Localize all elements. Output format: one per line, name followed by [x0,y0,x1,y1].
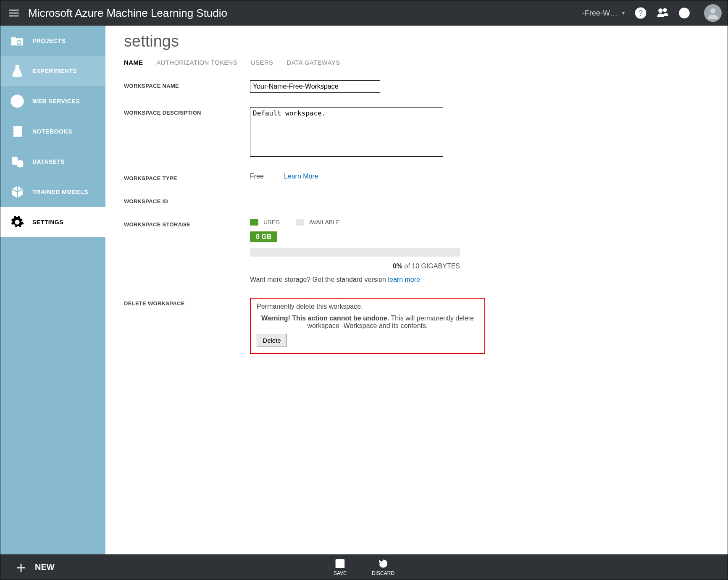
tab-users[interactable]: USERS [251,59,273,66]
chevron-down-icon: ▼ [621,10,626,16]
sidebar-item-label: PROJECTS [32,37,66,44]
users-icon[interactable] [656,7,669,19]
sidebar-item-settings[interactable]: SETTINGS [0,207,105,237]
label-workspace-description: WORKSPACE DESCRIPTION [124,107,250,116]
sidebar-item-label: DATASETS [32,158,65,165]
globe-icon [10,94,25,109]
delete-line1: Permanently delete this workspace. [257,303,478,310]
sidebar-item-label: WEB SERVICES [32,98,80,105]
notebook-icon [10,124,25,139]
feedback-smile-icon[interactable] [678,7,691,19]
flask-icon [10,63,25,79]
avatar[interactable] [704,4,722,22]
svg-rect-0 [9,10,18,10]
topbar: Microsoft Azure Machine Learning Studio … [0,0,728,26]
svg-rect-23 [337,564,343,568]
workspace-name-input[interactable] [250,80,380,93]
storage-quota: 0% of 10 GIGABYTES [250,262,460,270]
storage-bar [250,248,460,257]
save-button[interactable]: SAVE [334,558,347,576]
new-button-label: NEW [35,562,55,572]
swatch-used-icon [250,219,258,226]
svg-text:?: ? [638,8,643,18]
tabs: NAME AUTHORIZATION TOKENS USERS DATA GAT… [124,59,711,66]
workspace-picker[interactable]: -Free-W… ▼ [582,9,626,18]
sidebar-item-experiments[interactable]: EXPERIMENTS [0,56,105,86]
legend-available-label: AVAILABLE [309,219,340,226]
database-icon [10,154,25,169]
workspace-id-value: b2a61efa5077465782cefa1bf573a2ec [250,196,363,203]
svg-point-8 [682,12,683,13]
label-workspace-name: WORKSPACE NAME [124,80,250,89]
content: settings NAME AUTHORIZATION TOKENS USERS… [105,26,728,554]
workspace-picker-label: -Free-W… [582,9,618,18]
discard-button[interactable]: DISCARD [372,558,394,576]
delete-workspace-box: Permanently delete this workspace. Warni… [250,298,485,354]
svg-point-5 [659,9,662,12]
sidebar-item-web-services[interactable]: WEB SERVICES [0,86,105,116]
sidebar-item-notebooks[interactable]: NOTEBOOKS [0,116,105,147]
folder-icon [10,33,25,48]
gear-icon [10,215,25,230]
learn-more-link[interactable]: Learn More [284,173,318,180]
menu-icon[interactable] [6,5,21,21]
save-button-label: SAVE [334,570,347,576]
label-workspace-id: WORKSPACE ID [124,196,250,205]
more-storage-text: Want more storage? Get the standard vers… [250,276,586,283]
sidebar-item-label: EXPERIMENTS [32,68,77,74]
storage-quota-suffix: of 10 GIGABYTES [402,262,460,270]
sidebar-item-trained-models[interactable]: TRAINED MODELS [0,177,105,207]
swatch-available-icon [296,219,304,226]
delete-warning-strong: Warning! This action cannot be undone. [261,315,389,322]
workspace-description-input[interactable]: Default workspace. [250,107,443,157]
sidebar-item-label: NOTEBOOKS [32,128,72,135]
sidebar-item-label: SETTINGS [32,219,63,226]
svg-rect-22 [338,559,342,562]
svg-point-9 [686,12,687,13]
app-title: Microsoft Azure Machine Learning Studio [28,7,582,20]
sidebar-item-datasets[interactable]: DATASETS [0,147,105,177]
svg-rect-16 [12,128,13,129]
delete-warning: Warning! This action cannot be undone. T… [257,315,478,330]
learn-more-storage-link[interactable]: learn more [388,276,420,283]
tab-authorization-tokens[interactable]: AUTHORIZATION TOKENS [156,59,237,66]
svg-point-10 [710,8,716,14]
bottombar: ＋ NEW SAVE DISCARD [0,554,728,580]
svg-rect-17 [12,131,13,132]
legend-used-label: USED [263,219,280,226]
svg-rect-2 [9,16,18,16]
workspace-type-value: Free [250,173,264,180]
svg-rect-15 [13,126,22,137]
page-title: settings [124,32,711,50]
sidebar: PROJECTS EXPERIMENTS WEB SERVICES NOTEBO… [0,26,105,554]
svg-rect-13 [17,42,21,43]
svg-point-7 [679,8,689,18]
storage-percent: 0% [393,262,402,270]
label-delete-workspace: DELETE WORKSPACE [124,298,250,307]
storage-used-badge: 0 GB [250,231,277,242]
discard-button-label: DISCARD [372,570,394,576]
sidebar-item-projects[interactable]: PROJECTS [0,26,105,56]
tab-name[interactable]: NAME [124,59,143,66]
svg-rect-1 [9,13,18,13]
help-icon[interactable]: ? [634,7,647,19]
label-workspace-storage: WORKSPACE STORAGE [124,219,250,228]
storage-legend: USED AVAILABLE [250,219,586,226]
new-button[interactable]: ＋ NEW [0,554,67,580]
cube-icon [10,184,25,199]
svg-rect-18 [12,134,13,135]
delete-button[interactable]: Delete [257,334,287,346]
tab-data-gateways[interactable]: DATA GATEWAYS [286,59,340,66]
sidebar-item-label: TRAINED MODELS [32,189,88,195]
svg-point-6 [663,9,666,12]
label-workspace-type: WORKSPACE TYPE [124,173,250,181]
